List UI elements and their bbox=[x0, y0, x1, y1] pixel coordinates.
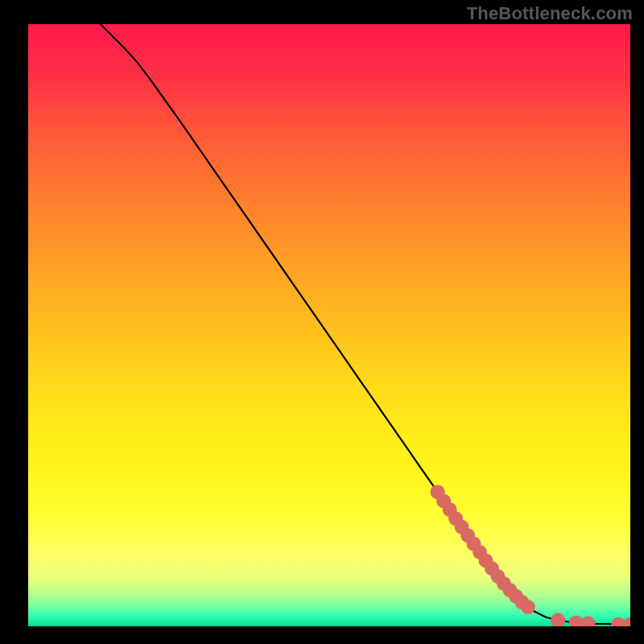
chart-overlay bbox=[28, 24, 630, 626]
marker-point bbox=[521, 600, 535, 614]
curve-line bbox=[101, 24, 630, 625]
markers-group bbox=[431, 485, 630, 626]
attribution-label: TheBottleneck.com bbox=[467, 3, 633, 24]
marker-point bbox=[623, 617, 630, 626]
marker-point bbox=[581, 616, 596, 626]
chart-frame: TheBottleneck.com bbox=[0, 0, 644, 644]
plot-area bbox=[28, 24, 630, 626]
marker-point bbox=[551, 613, 565, 626]
